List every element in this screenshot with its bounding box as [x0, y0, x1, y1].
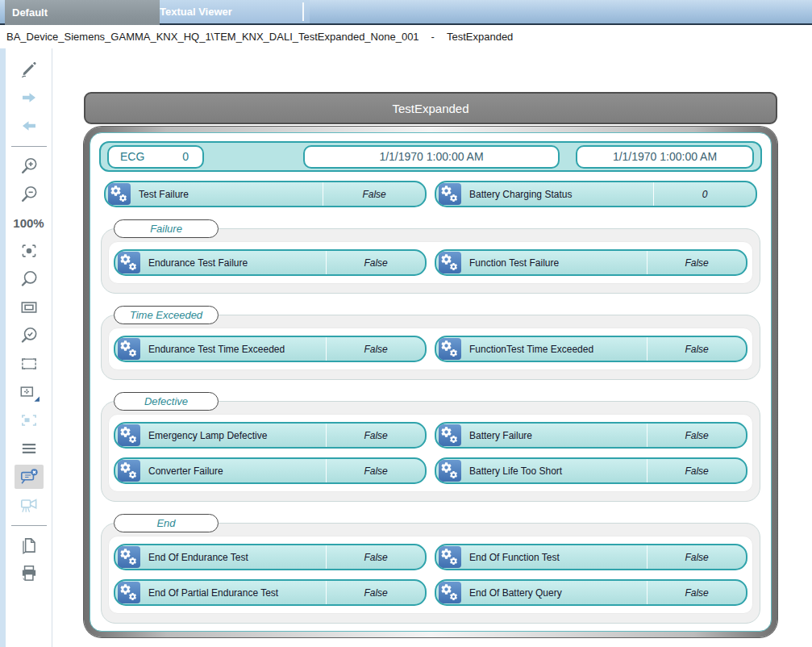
datapoint-main: End Of Battery Query — [436, 581, 648, 604]
layers-button[interactable] — [15, 436, 44, 461]
page-setup-button[interactable] — [15, 533, 44, 557]
timestamp-field-1[interactable]: 1/1/1970 1:00:00 AM — [303, 145, 560, 169]
settings-gears-icon[interactable] — [439, 582, 461, 603]
datapoint-main: Battery Life Too Short — [436, 459, 648, 482]
forward-arrow-icon — [19, 88, 39, 107]
search-button[interactable] — [15, 267, 44, 291]
datapoint-row[interactable]: End Of Battery Query False — [435, 579, 747, 606]
datapoint-main: Endurance Test Time Exceeded — [115, 337, 327, 361]
camera-icon — [19, 495, 40, 516]
annotation-remove-icon — [18, 466, 40, 487]
settings-gears-icon[interactable] — [439, 546, 461, 568]
datapoint-row[interactable]: End Of Partial Endurance Test False — [114, 579, 427, 606]
zoom-verify-button[interactable] — [15, 324, 44, 348]
sidebar-divider — [11, 146, 47, 147]
datapoint-row[interactable]: Battery Charging Status 0 — [435, 181, 757, 207]
crosshair-select-button[interactable] — [15, 380, 44, 404]
settings-gears-icon[interactable] — [118, 460, 140, 482]
datapoint-value: False — [648, 587, 746, 599]
zoom-in-icon — [19, 156, 40, 177]
region-select-button — [15, 408, 44, 432]
datapoint-label: End Of Battery Query — [469, 587, 562, 599]
datapoint-label: Function Test Failure — [469, 257, 559, 269]
top-fields: Test Failure False Battery Charging Stat… — [104, 181, 757, 207]
datapoint-main: Test Failure — [106, 182, 323, 206]
tab-default[interactable]: Default — [5, 0, 160, 25]
datapoint-row[interactable]: Battery Life Too Short False — [435, 457, 747, 484]
annotation-remove-button[interactable] — [15, 465, 44, 489]
datapoint-label: Battery Failure — [469, 430, 532, 441]
settings-gears-icon[interactable] — [439, 424, 461, 446]
settings-gears-icon[interactable] — [439, 252, 461, 273]
datapoint-main: End Of Partial Endurance Test — [115, 581, 327, 604]
datapoint-label: Test Failure — [139, 189, 189, 200]
group-fields: Endurance Test Time Exceeded False Funct… — [108, 328, 753, 370]
panel-frame-inner: ECG 0 1/1/1970 1:00:00 AM 1/1/1970 1:00:… — [90, 132, 772, 632]
datapoint-value: False — [648, 344, 746, 355]
group-label: Time Exceeded — [114, 306, 219, 324]
datapoint-main: Function Test Failure — [436, 251, 648, 274]
datapoint-value: False — [648, 465, 746, 477]
group-fields: Endurance Test Failure False Function Te… — [108, 241, 753, 284]
datapoint-main: Emergency Lamp Defective — [115, 424, 327, 447]
datapoint-value: False — [327, 587, 425, 599]
datapoint-value: False — [648, 430, 746, 441]
datapoint-label: End Of Partial Endurance Test — [148, 587, 278, 599]
datapoint-row[interactable]: End Of Function Test False — [435, 544, 747, 570]
zoom-out-button[interactable] — [15, 182, 44, 207]
settings-gears-icon[interactable] — [439, 460, 461, 482]
datapoint-value: 0 — [654, 189, 756, 200]
ecg-label: ECG — [120, 150, 144, 163]
breadcrumb: BA_Device_Siemens_GAMMA_KNX_HQ_1\TEM_KNX… — [0, 25, 812, 48]
settings-gears-icon[interactable] — [108, 183, 131, 205]
datapoint-main: End Of Function Test — [436, 545, 648, 569]
datapoint-row[interactable]: Endurance Test Time Exceeded False — [114, 336, 427, 362]
application-window: Default Textual Viewer BA_Device_Siemens… — [0, 0, 812, 647]
timestamp-field-2[interactable]: 1/1/1970 1:00:00 AM — [576, 145, 754, 169]
datapoint-group: End End Of Endurance Test False End Of F… — [101, 523, 760, 624]
datapoint-row[interactable]: Converter Failure False — [114, 457, 427, 484]
panel-title: TestExpanded — [392, 102, 468, 115]
datapoint-row[interactable]: Test Failure False — [104, 181, 427, 207]
datapoint-value: False — [327, 430, 425, 441]
marquee-select-icon — [19, 353, 40, 374]
datapoint-row[interactable]: Emergency Lamp Defective False — [114, 422, 427, 449]
datapoint-main: Converter Failure — [115, 459, 327, 482]
datapoint-row[interactable]: Battery Failure False — [435, 422, 747, 449]
settings-gears-icon[interactable] — [118, 546, 140, 568]
edit-pen-button[interactable] — [15, 57, 44, 81]
datapoint-row[interactable]: Endurance Test Failure False — [114, 249, 427, 276]
datapoint-main: FunctionTest Time Exceeded — [436, 337, 648, 361]
zoom-in-button[interactable] — [15, 154, 44, 178]
back-arrow-icon — [19, 116, 39, 136]
marquee-select-button[interactable] — [15, 352, 44, 376]
settings-gears-icon[interactable] — [439, 338, 461, 360]
datapoint-label: Battery Life Too Short — [469, 465, 562, 477]
fit-focus-button[interactable] — [15, 239, 44, 263]
datapoint-label: Battery Charging Status — [469, 189, 572, 200]
datapoint-value: False — [327, 344, 425, 355]
camera-button — [15, 493, 44, 517]
fit-window-icon — [19, 297, 40, 318]
breadcrumb-title: TestExpanded — [447, 31, 513, 43]
settings-gears-icon[interactable] — [118, 252, 140, 273]
ecg-field[interactable]: ECG 0 — [107, 145, 204, 169]
zoom-verify-icon — [19, 325, 40, 346]
fit-window-button[interactable] — [15, 295, 44, 319]
datapoint-row[interactable]: Function Test Failure False — [435, 249, 747, 276]
settings-gears-icon[interactable] — [439, 183, 461, 205]
panel-title-bar: TestExpanded — [84, 92, 777, 124]
datapoint-value: False — [648, 257, 746, 269]
group-fields: End Of Endurance Test False End Of Funct… — [108, 536, 753, 614]
datapoint-value: False — [323, 189, 425, 200]
settings-gears-icon[interactable] — [118, 338, 140, 360]
settings-gears-icon[interactable] — [118, 424, 140, 446]
group-label: Failure — [114, 219, 219, 238]
datapoint-label: Endurance Test Failure — [148, 257, 248, 269]
group-label: Defective — [114, 392, 219, 411]
tab-textual-viewer[interactable]: Textual Viewer — [152, 0, 310, 23]
print-button[interactable] — [15, 561, 44, 586]
datapoint-row[interactable]: End Of Endurance Test False — [114, 544, 427, 570]
settings-gears-icon[interactable] — [118, 582, 140, 603]
datapoint-row[interactable]: FunctionTest Time Exceeded False — [435, 336, 747, 362]
